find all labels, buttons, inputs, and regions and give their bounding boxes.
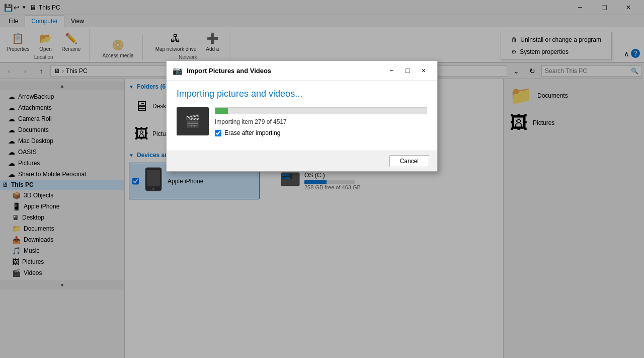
- dialog-close-button[interactable]: ×: [416, 65, 431, 76]
- dialog-overlay: [0, 0, 644, 358]
- dialog-footer: Cancel: [167, 151, 437, 171]
- dialog-progress-row: 🎬 Importing item 279 of 4517 Erase after…: [177, 107, 427, 136]
- dialog-window-controls: − □ ×: [384, 65, 431, 76]
- dialog-minimize-button[interactable]: −: [384, 65, 399, 76]
- erase-checkbox[interactable]: [215, 130, 221, 136]
- dialog-thumbnail: 🎬: [177, 107, 209, 135]
- thumb-icon: 🎬: [185, 114, 200, 128]
- dialog-heading: Importing pictures and videos...: [177, 89, 427, 99]
- progress-bar-outer: [215, 107, 427, 114]
- dialog-title-text: Import Pictures and Videos: [187, 67, 380, 75]
- dialog-title-icon: 📷: [173, 66, 183, 76]
- progress-bar-fill: [215, 108, 228, 114]
- dialog-maximize-button[interactable]: □: [400, 65, 415, 76]
- dialog-body: Importing pictures and videos... 🎬 Impor…: [167, 81, 437, 151]
- import-dialog: 📷 Import Pictures and Videos − □ × Impor…: [166, 60, 438, 172]
- dialog-title-bar: 📷 Import Pictures and Videos − □ ×: [167, 61, 437, 81]
- cancel-button[interactable]: Cancel: [389, 155, 429, 167]
- dialog-progress-info: Importing item 279 of 4517 Erase after i…: [215, 107, 427, 136]
- dialog-checkbox-row: Erase after importing: [215, 129, 427, 136]
- dialog-status-text: Importing item 279 of 4517: [215, 118, 427, 125]
- erase-checkbox-label: Erase after importing: [224, 129, 280, 136]
